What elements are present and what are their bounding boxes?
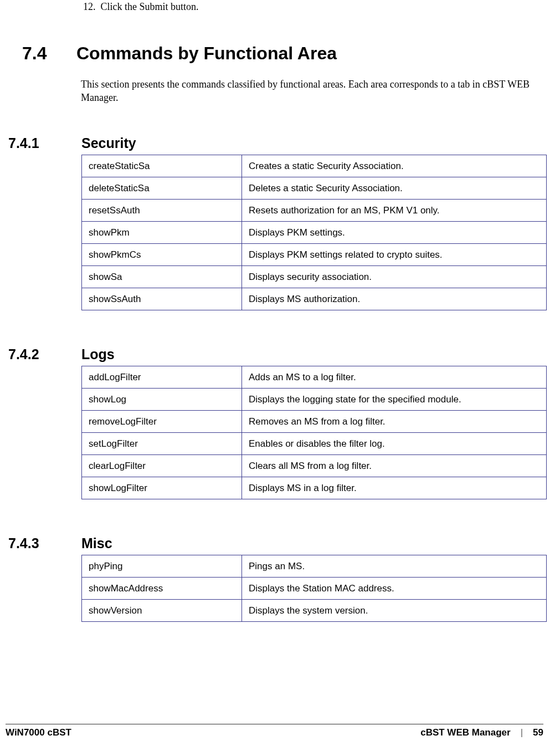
command-description: Pings an MS. xyxy=(242,555,547,577)
command-table: phyPingPings an MS.showMacAddressDisplay… xyxy=(81,555,547,622)
subsection-heading: 7.4.3Misc xyxy=(6,535,543,551)
table-row: showLogFilterDisplays MS in a log filter… xyxy=(82,477,547,499)
command-name: showMacAddress xyxy=(82,577,242,599)
footer-right-label: cBST WEB Manager xyxy=(420,727,510,738)
table-row: removeLogFilterRemoves an MS from a log … xyxy=(82,410,547,432)
command-description: Enables or disables the filter log. xyxy=(242,432,547,454)
command-name: clearLogFilter xyxy=(82,454,242,477)
page-footer: WiN7000 cBST cBST WEB Manager | 59 xyxy=(6,724,543,738)
command-name: phyPing xyxy=(82,555,242,577)
ordered-list-item: 12. Click the Submit button. xyxy=(83,0,543,13)
table-row: phyPingPings an MS. xyxy=(82,555,547,577)
table-row: showSaDisplays security association. xyxy=(82,265,547,288)
intro-paragraph: This section presents the commands class… xyxy=(81,78,543,105)
command-name: showPkmCs xyxy=(82,243,242,265)
command-description: Deletes a static Security Association. xyxy=(242,177,547,199)
command-name: setLogFilter xyxy=(82,432,242,454)
subsection-heading: 7.4.2Logs xyxy=(6,346,543,362)
footer-page-number: 59 xyxy=(533,727,543,738)
subsection-title: Security xyxy=(81,135,136,151)
heading-title: Commands by Functional Area xyxy=(76,43,337,64)
command-name: showPkm xyxy=(82,221,242,243)
subsection-heading: 7.4.1Security xyxy=(6,135,543,151)
table-row: addLogFilterAdds an MS to a log filter. xyxy=(82,366,547,388)
subsection-title: Logs xyxy=(81,346,115,362)
command-name: showLogFilter xyxy=(82,477,242,499)
table-row: showVersionDisplays the system version. xyxy=(82,599,547,621)
command-name: createStaticSa xyxy=(82,155,242,177)
command-name: showSa xyxy=(82,265,242,288)
list-item-number: 12. xyxy=(83,1,96,12)
command-description: Displays PKM settings. xyxy=(242,221,547,243)
command-name: showSsAuth xyxy=(82,288,242,310)
table-row: setLogFilterEnables or disables the filt… xyxy=(82,432,547,454)
command-description: Displays security association. xyxy=(242,265,547,288)
table-row: showSsAuthDisplays MS authorization. xyxy=(82,288,547,310)
list-item-text: Click the Submit button. xyxy=(101,1,199,12)
command-description: Resets authorization for an MS, PKM V1 o… xyxy=(242,199,547,221)
footer-divider: | xyxy=(521,727,523,738)
subsection-number: 7.4.3 xyxy=(6,535,81,551)
table-row: clearLogFilterClears all MS from a log f… xyxy=(82,454,547,477)
command-name: showVersion xyxy=(82,599,242,621)
command-table: createStaticSaCreates a static Security … xyxy=(81,155,547,310)
command-name: showLog xyxy=(82,388,242,410)
command-name: addLogFilter xyxy=(82,366,242,388)
command-name: deleteStaticSa xyxy=(82,177,242,199)
table-row: deleteStaticSaDeletes a static Security … xyxy=(82,177,547,199)
command-description: Creates a static Security Association. xyxy=(242,155,547,177)
table-row: createStaticSaCreates a static Security … xyxy=(82,155,547,177)
table-row: showPkmDisplays PKM settings. xyxy=(82,221,547,243)
command-description: Displays MS authorization. xyxy=(242,288,547,310)
command-description: Adds an MS to a log filter. xyxy=(242,366,547,388)
table-row: resetSsAuthResets authorization for an M… xyxy=(82,199,547,221)
command-description: Displays the Station MAC address. xyxy=(242,577,547,599)
subsection-title: Misc xyxy=(81,535,112,551)
table-row: showLogDisplays the logging state for th… xyxy=(82,388,547,410)
subsection-number: 7.4.1 xyxy=(6,135,81,151)
command-name: resetSsAuth xyxy=(82,199,242,221)
footer-left: WiN7000 cBST xyxy=(6,727,71,738)
command-name: removeLogFilter xyxy=(82,410,242,432)
command-table: addLogFilterAdds an MS to a log filter.s… xyxy=(81,366,547,499)
section-heading: 7.4 Commands by Functional Area xyxy=(6,43,543,64)
command-description: Displays the system version. xyxy=(242,599,547,621)
table-row: showPkmCsDisplays PKM settings related t… xyxy=(82,243,547,265)
heading-number: 7.4 xyxy=(6,43,76,64)
command-description: Displays PKM settings related to crypto … xyxy=(242,243,547,265)
table-row: showMacAddressDisplays the Station MAC a… xyxy=(82,577,547,599)
command-description: Clears all MS from a log filter. xyxy=(242,454,547,477)
command-description: Displays MS in a log filter. xyxy=(242,477,547,499)
subsection-number: 7.4.2 xyxy=(6,346,81,362)
command-description: Displays the logging state for the speci… xyxy=(242,388,547,410)
command-description: Removes an MS from a log filter. xyxy=(242,410,547,432)
